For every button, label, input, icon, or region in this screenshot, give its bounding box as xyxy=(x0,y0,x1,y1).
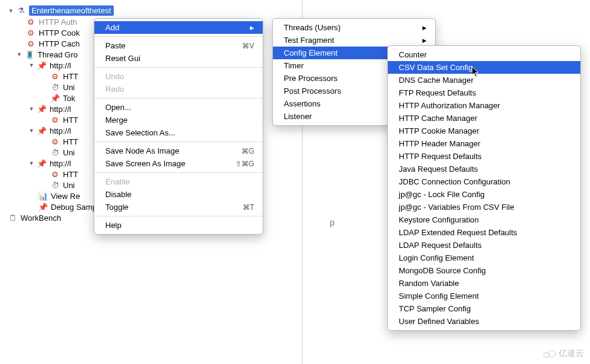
menu-random-variable[interactable]: Random Variable xyxy=(388,277,580,290)
menu-help[interactable]: Help xyxy=(94,219,263,232)
menu-http-cache-manager[interactable]: HTTP Cache Manager xyxy=(388,112,580,125)
menu-save-selection[interactable]: Save Selection As... xyxy=(94,126,263,139)
gear-icon: ⚙ xyxy=(50,137,61,146)
menu-label: LDAP Request Defaults xyxy=(399,241,482,250)
menu-separator xyxy=(94,172,263,173)
context-menu[interactable]: Add ▶ Paste ⌘V Reset Gui Undo Redo Open.… xyxy=(94,18,263,235)
menu-label: Config Element xyxy=(284,48,338,57)
tree-label: http://l xyxy=(50,159,71,168)
expander-icon[interactable]: ▼ xyxy=(7,7,15,15)
tree-label: Uni xyxy=(63,148,75,157)
expander-icon[interactable]: ▼ xyxy=(28,62,35,69)
menu-test-fragment[interactable]: Test Fragment ▶ xyxy=(273,34,435,47)
menu-threads[interactable]: Threads (Users) ▶ xyxy=(273,21,435,34)
report-icon: 📊 xyxy=(38,191,48,201)
menu-label: MongoDB Source Config xyxy=(399,266,486,275)
menu-save-node-image[interactable]: Save Node As Image ⌘G xyxy=(94,145,263,157)
sampler-icon: 📌 xyxy=(36,104,47,114)
menu-label: jp@gc - Lock File Config xyxy=(399,190,485,199)
menu-open[interactable]: Open... xyxy=(94,101,263,114)
tree-root[interactable]: ▼ ⚗ Enterthenameofthetest xyxy=(0,5,302,16)
menu-http-cookie-manager[interactable]: HTTP Cookie Manager xyxy=(388,125,580,137)
menu-label: LDAP Extended Request Defaults xyxy=(399,228,517,237)
sampler-icon: 📌 xyxy=(38,202,48,212)
menu-http-header-manager[interactable]: HTTP Header Manager xyxy=(388,137,580,150)
menu-label: JDBC Connection Configuration xyxy=(399,177,510,186)
tree-label: Uni xyxy=(63,83,75,92)
sampler-icon: 📌 xyxy=(50,93,61,103)
chevron-right-icon: ▶ xyxy=(422,25,427,31)
menu-jpgc-variables-csv[interactable]: jp@gc - Variables From CSV File xyxy=(388,201,580,213)
timer-icon: ⏱ xyxy=(50,180,61,190)
menu-user-defined-variables[interactable]: User Defined Variables xyxy=(388,315,580,328)
menu-ldap-ext-defaults[interactable]: LDAP Extended Request Defaults xyxy=(388,226,580,239)
tree-label: HTT xyxy=(63,170,78,179)
menu-label: Assertions xyxy=(284,99,321,108)
menu-save-screen-image[interactable]: Save Screen As Image ⇧⌘G xyxy=(94,157,263,170)
config-element-submenu[interactable]: Counter CSV Data Set Config DNS Cache Ma… xyxy=(387,45,581,331)
tree-label: http://l xyxy=(50,61,71,70)
menu-undo: Undo xyxy=(94,70,263,83)
gear-icon: ⚙ xyxy=(50,169,61,179)
menu-separator xyxy=(94,141,263,142)
menu-paste[interactable]: Paste ⌘V xyxy=(94,39,263,52)
menu-mongodb-config[interactable]: MongoDB Source Config xyxy=(388,264,580,277)
menu-ftp-defaults[interactable]: FTP Request Defaults xyxy=(388,86,580,99)
menu-jpgc-lock-file[interactable]: jp@gc - Lock File Config xyxy=(388,188,580,201)
menu-label: Paste xyxy=(105,41,125,50)
menu-jdbc-config[interactable]: JDBC Connection Configuration xyxy=(388,175,580,188)
menu-enable: Enable xyxy=(94,175,263,188)
expander-icon[interactable]: ▼ xyxy=(28,127,35,134)
truncated-text: p xyxy=(330,218,335,227)
menu-http-auth-manager[interactable]: HTTP Authorization Manager xyxy=(388,99,580,112)
menu-label: Disable xyxy=(105,190,131,199)
menu-label: Save Selection As... xyxy=(105,128,175,137)
menu-ldap-request-defaults[interactable]: LDAP Request Defaults xyxy=(388,239,580,252)
menu-add[interactable]: Add ▶ xyxy=(94,21,263,34)
menu-dns-cache[interactable]: DNS Cache Manager xyxy=(388,74,580,86)
menu-disable[interactable]: Disable xyxy=(94,188,263,201)
menu-label: Toggle xyxy=(105,203,128,212)
menu-label: Add xyxy=(105,23,119,32)
cursor-icon xyxy=(472,67,480,79)
menu-toggle[interactable]: Toggle ⌘T xyxy=(94,201,263,213)
tree-label: Uni xyxy=(63,181,75,190)
tree-label: HTT xyxy=(63,72,78,81)
menu-keystore-config[interactable]: Keystore Configuration xyxy=(388,213,580,226)
tree-label: HTTP Cach xyxy=(39,39,80,48)
menu-label: Pre Processors xyxy=(284,74,338,83)
menu-label: HTTP Authorization Manager xyxy=(399,101,500,110)
menu-redo: Redo xyxy=(94,83,263,96)
thread-icon: 🧵 xyxy=(24,50,35,59)
menu-tcp-sampler-config[interactable]: TCP Sampler Config xyxy=(388,302,580,315)
gear-icon: ⚙ xyxy=(50,71,61,81)
expander-icon[interactable]: ▼ xyxy=(16,51,23,58)
menu-separator xyxy=(94,98,263,99)
gear-icon: ⚙ xyxy=(25,17,36,27)
menu-login-config[interactable]: Login Config Element xyxy=(388,252,580,264)
menu-counter[interactable]: Counter xyxy=(388,48,580,61)
menu-http-request-defaults[interactable]: HTTP Request Defaults xyxy=(388,150,580,163)
menu-reset-gui[interactable]: Reset Gui xyxy=(94,52,263,65)
menu-separator xyxy=(94,36,263,37)
menu-label: Threads (Users) xyxy=(284,23,341,32)
expander-icon[interactable]: ▼ xyxy=(28,105,35,112)
menu-simple-config[interactable]: Simple Config Element xyxy=(388,290,580,302)
menu-label: Keystore Configuration xyxy=(399,215,479,224)
expander-icon[interactable]: ▼ xyxy=(28,160,35,167)
tree-label: WorkBench xyxy=(21,213,61,223)
menu-label: Simple Config Element xyxy=(399,291,479,301)
sampler-icon: 📌 xyxy=(36,126,47,135)
menu-java-request-defaults[interactable]: Java Request Defaults xyxy=(388,163,580,175)
gear-icon: ⚙ xyxy=(25,39,36,48)
menu-label: Reset Gui xyxy=(105,54,140,63)
menu-label: User Defined Variables xyxy=(399,317,479,326)
menu-merge[interactable]: Merge xyxy=(94,114,263,126)
tree-label: http://l xyxy=(50,105,71,114)
timer-icon: ⏱ xyxy=(50,148,61,157)
sampler-icon: 📌 xyxy=(36,60,47,70)
menu-csv-data-set[interactable]: CSV Data Set Config xyxy=(388,61,580,74)
menu-label: Timer xyxy=(284,61,304,70)
menu-label: HTTP Cache Manager xyxy=(399,114,477,123)
menu-label: Undo xyxy=(105,72,124,81)
